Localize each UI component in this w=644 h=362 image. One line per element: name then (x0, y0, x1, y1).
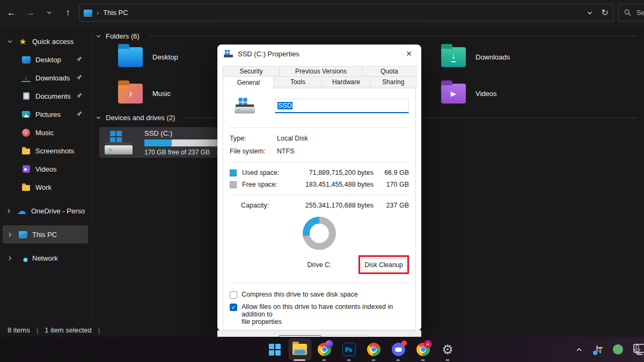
drive-tile-ssd[interactable]: SSD (C:) 170 GB free of 237 GB (99, 127, 232, 158)
sidebar-item-onedrive[interactable]: ☁ OneDrive - Personal (3, 202, 88, 220)
tile-label[interactable]: Videos (475, 90, 497, 98)
address-bar[interactable]: › This PC ↻ (79, 4, 613, 21)
chevron-right-icon[interactable] (6, 232, 13, 238)
address-chevron-down-icon[interactable] (587, 10, 593, 16)
tab-tools[interactable]: Tools (273, 76, 322, 87)
tab-general[interactable]: General (223, 76, 274, 88)
start-button[interactable] (262, 337, 287, 362)
tray-chevron-up-icon[interactable] (572, 337, 586, 362)
breadcrumb[interactable]: › This PC (84, 9, 128, 17)
check-icon: ✓ (231, 304, 236, 311)
file-explorer-icon (292, 344, 307, 355)
sidebar-item-label[interactable]: Network (32, 254, 58, 262)
used-space-gb: 66.9 GB (374, 169, 409, 176)
folder-tile-music[interactable]: ♪ Music (118, 84, 171, 104)
used-space-row: Used space: 71,889,715,200 bytes 66.9 GB (229, 167, 410, 179)
sidebar-item-label[interactable]: Downloads (35, 74, 70, 82)
sidebar-item-network[interactable]: Network (3, 249, 88, 267)
drive-name[interactable]: SSD (C:) (144, 129, 223, 137)
folder-tile-desktop[interactable]: Desktop (118, 47, 178, 67)
chrome-button[interactable] (361, 337, 386, 362)
chevron-down-icon[interactable] (6, 39, 13, 45)
breadcrumb-label[interactable]: This PC (103, 9, 128, 17)
folder-icon (21, 183, 31, 192)
capacity-bytes: 255,341,170,688 bytes (293, 202, 374, 209)
sidebar-item-label[interactable]: OneDrive - Personal (31, 207, 85, 215)
forward-icon[interactable]: → (21, 3, 40, 22)
tile-label[interactable]: Desktop (152, 53, 178, 61)
search-icon (624, 9, 631, 16)
tile-label[interactable]: Downloads (475, 53, 510, 61)
back-icon[interactable]: ← (2, 3, 21, 22)
section-label: Folders (6) (106, 32, 140, 40)
sidebar-item-desktop[interactable]: Desktop (3, 50, 88, 69)
tab-quota[interactable]: Quota (362, 66, 416, 77)
taskbar: Ps A ⚙ (0, 337, 644, 362)
sidebar-item-quick-access[interactable]: ★ Quick access (3, 32, 88, 50)
compress-checkbox-row[interactable]: Compress this drive to save disk space (229, 287, 410, 300)
running-indicator (397, 359, 400, 361)
this-pc-icon (84, 10, 92, 16)
capacity-row: Capacity: 255,341,170,688 bytes 237 GB (229, 200, 410, 211)
discord-icon (392, 343, 405, 356)
folders-section-header[interactable]: Folders (6) (96, 32, 636, 40)
tab-security[interactable]: Security (223, 66, 280, 77)
folder-tile-downloads[interactable]: ↓ Downloads (441, 47, 510, 67)
sidebar-item-label[interactable]: Videos (35, 165, 57, 173)
display-icon[interactable] (631, 337, 644, 362)
file-explorer-button[interactable] (287, 337, 312, 362)
settings-button[interactable]: ⚙ (435, 337, 460, 362)
drive-label-input[interactable]: SSD (275, 99, 409, 113)
chevron-right-icon[interactable] (6, 255, 13, 261)
search-input[interactable]: Search (618, 4, 644, 21)
dialog-titlebar[interactable]: SSD (C:) Properties × (217, 45, 421, 63)
sidebar-item-screenshots[interactable]: Screenshots (3, 142, 88, 160)
disk-cleanup-button[interactable]: Disk Cleanup (361, 258, 406, 271)
donut-hole (310, 224, 329, 243)
pictures-icon (21, 110, 31, 119)
slack-tray-icon[interactable] (591, 337, 605, 362)
index-checkbox[interactable]: ✓ (230, 304, 237, 311)
sidebar-item-this-pc[interactable]: This PC (3, 225, 88, 243)
discord-button[interactable] (386, 337, 411, 362)
sidebar-item-label[interactable]: Work (35, 183, 52, 191)
sidebar-item-label[interactable]: Music (35, 129, 54, 137)
tab-sharing[interactable]: Sharing (370, 76, 416, 87)
photoshop-button[interactable]: Ps (336, 337, 361, 362)
sidebar-item-label[interactable]: Desktop (35, 56, 61, 64)
up-icon[interactable]: ↑ (58, 3, 77, 22)
sidebar: ★ Quick access Desktop ↓ Downloads Docum… (0, 26, 91, 323)
drive-usage-fill (144, 139, 172, 146)
sidebar-item-label[interactable]: Screenshots (35, 147, 74, 155)
sidebar-item-pictures[interactable]: Pictures (3, 105, 88, 123)
sidebar-item-documents[interactable]: Documents (3, 87, 88, 105)
tile-label[interactable]: Music (152, 90, 171, 98)
sidebar-item-work[interactable]: Work (3, 178, 88, 196)
folder-tile-videos[interactable]: ▶ Videos (441, 84, 497, 104)
sidebar-item-videos[interactable]: ▶ Videos (3, 160, 88, 178)
refresh-icon[interactable]: ↻ (602, 8, 609, 18)
chevron-down-icon[interactable] (96, 115, 101, 121)
tab-hardware[interactable]: Hardware (321, 76, 370, 87)
compress-checkbox[interactable] (230, 291, 237, 299)
filesystem-row: File system: NTFS (229, 145, 410, 158)
this-pc-icon (18, 230, 27, 239)
status-green-icon[interactable] (611, 337, 625, 362)
tab-previous-versions[interactable]: Previous Versions (279, 66, 363, 77)
sidebar-item-label[interactable]: Pictures (35, 110, 61, 119)
chevron-down-icon[interactable] (96, 33, 101, 39)
status-divider: | (98, 326, 100, 334)
sidebar-item-label[interactable]: Quick access (32, 38, 74, 46)
explorer-toolbar: ← → ↑ › This PC ↻ Search (0, 0, 644, 26)
chevron-right-icon[interactable] (6, 208, 12, 214)
sidebar-item-label[interactable]: Documents (35, 92, 71, 100)
close-icon[interactable]: × (403, 48, 415, 60)
history-chevron-icon[interactable] (40, 3, 58, 22)
sidebar-item-music[interactable]: ♪ Music (3, 123, 88, 142)
sidebar-item-label[interactable]: This PC (32, 231, 57, 239)
sidebar-item-downloads[interactable]: ↓ Downloads (3, 69, 88, 87)
chrome-profile2-button[interactable]: A (411, 337, 435, 362)
type-row: Type: Local Disk (229, 132, 410, 145)
index-checkbox-row[interactable]: ✓ Allow files on this drive to have cont… (229, 300, 410, 327)
chrome-profile1-button[interactable] (312, 337, 336, 362)
